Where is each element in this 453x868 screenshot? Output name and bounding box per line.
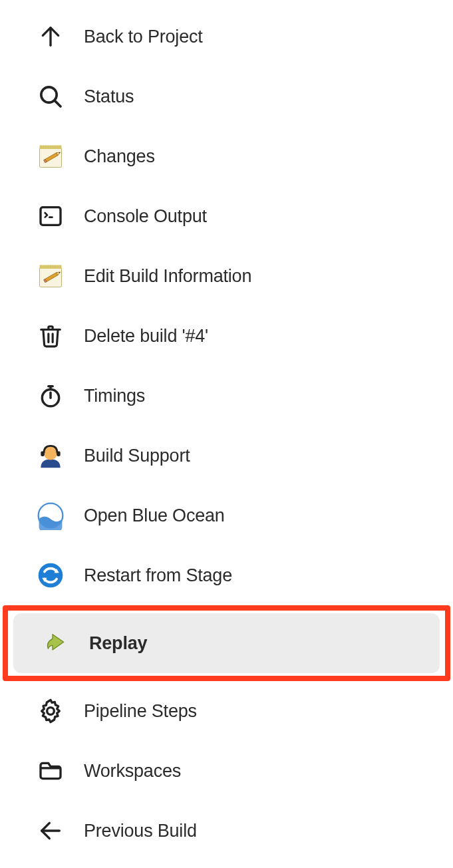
restart-icon xyxy=(35,559,67,591)
menu-item-label: Restart from Stage xyxy=(84,565,232,586)
stopwatch-icon xyxy=(35,380,67,412)
menu-item-pipeline-steps[interactable]: Pipeline Steps xyxy=(8,681,445,741)
menu-item-label: Pipeline Steps xyxy=(84,701,197,722)
svg-rect-43 xyxy=(57,452,61,456)
menu-item-label: Console Output xyxy=(84,206,207,227)
menu-item-console-output[interactable]: Console Output xyxy=(8,186,445,246)
highlighted-frame: Replay xyxy=(3,605,450,681)
support-avatar-icon xyxy=(35,440,67,472)
gear-icon xyxy=(35,695,67,727)
blue-ocean-icon xyxy=(35,500,67,531)
menu-item-label: Previous Build xyxy=(84,821,197,841)
menu-item-label: Edit Build Information xyxy=(84,266,251,287)
notepad-pencil-icon xyxy=(35,140,67,172)
sidebar-menu: Back to Project Status xyxy=(0,0,453,867)
arrow-left-icon xyxy=(35,815,67,847)
menu-item-back-to-project[interactable]: Back to Project xyxy=(8,7,445,67)
menu-item-replay[interactable]: Replay xyxy=(13,613,440,673)
svg-point-49 xyxy=(47,708,55,715)
menu-item-label: Timings xyxy=(84,386,145,406)
svg-rect-18 xyxy=(41,208,61,225)
menu-item-status[interactable]: Status xyxy=(8,67,445,126)
search-icon xyxy=(35,80,67,112)
trash-icon xyxy=(35,320,67,352)
folder-icon xyxy=(35,755,67,787)
menu-item-label: Status xyxy=(84,86,134,107)
menu-item-previous-build[interactable]: Previous Build xyxy=(8,801,445,861)
svg-point-46 xyxy=(39,563,63,588)
menu-item-label: Build Support xyxy=(84,446,190,466)
menu-item-restart-from-stage[interactable]: Restart from Stage xyxy=(8,545,445,605)
menu-item-timings[interactable]: Timings xyxy=(8,366,445,426)
menu-item-label: Back to Project xyxy=(84,27,203,47)
menu-item-label: Changes xyxy=(84,146,155,167)
menu-item-label: Open Blue Ocean xyxy=(84,506,225,526)
menu-item-label: Workspaces xyxy=(84,761,181,782)
notepad-pencil-icon xyxy=(35,260,67,292)
menu-item-build-support[interactable]: Build Support xyxy=(8,426,445,486)
menu-item-workspaces[interactable]: Workspaces xyxy=(8,741,445,801)
svg-line-2 xyxy=(55,100,61,106)
menu-item-label: Replay xyxy=(89,633,147,654)
menu-item-label: Delete build '#4' xyxy=(84,326,208,347)
replay-arrow-icon xyxy=(40,627,72,659)
arrow-up-icon xyxy=(35,21,67,53)
terminal-icon xyxy=(35,200,67,232)
menu-item-open-blue-ocean[interactable]: Open Blue Ocean xyxy=(8,486,445,545)
menu-item-changes[interactable]: Changes xyxy=(8,126,445,186)
svg-rect-42 xyxy=(41,452,45,456)
menu-item-delete-build[interactable]: Delete build '#4' xyxy=(8,306,445,366)
menu-item-edit-build-information[interactable]: Edit Build Information xyxy=(8,246,445,306)
